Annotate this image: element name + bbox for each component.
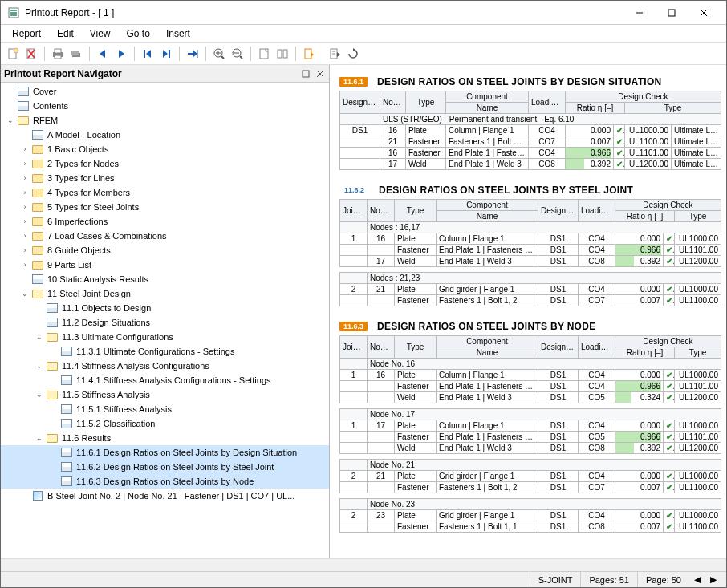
tree-item[interactable]: 11.6.3 Design Ratios on Steel Joints by … [1, 474, 329, 489]
report-pane[interactable]: 11.6.1 DESIGN RATIOS ON STEEL JOINTS BY … [330, 65, 726, 558]
menu-view[interactable]: View [82, 26, 119, 41]
menu-goto[interactable]: Go to [119, 26, 158, 41]
two-page-icon[interactable] [274, 45, 291, 63]
twisty-icon[interactable]: ⌄ [35, 390, 44, 399]
section-title: DESIGN RATIOS ON STEEL JOINTS BY STEEL J… [379, 185, 633, 196]
tree-item[interactable]: 10 Static Analysis Results [1, 272, 329, 286]
twisty-icon[interactable]: ⌄ [6, 116, 15, 125]
tree-item[interactable]: Cover [1, 84, 329, 99]
col-design-situation: Design Situation [340, 91, 380, 114]
tree-item[interactable]: ›7 Load Cases & Combinations [1, 229, 329, 243]
svg-line-28 [221, 56, 224, 59]
twisty-icon [20, 491, 30, 501]
tree-item[interactable]: ›3 Types for Lines [1, 171, 329, 185]
status-pages: Pages: 51 [580, 572, 637, 587]
print-multi-icon[interactable] [67, 45, 85, 63]
table-row: FastenerEnd Plate 1 | Fasteners 1 | Bolt… [340, 432, 721, 443]
table-row: WeldEnd Plate 1 | Weld 3DS1CO80.392✔UL12… [340, 443, 721, 454]
zoom-out-icon[interactable] [229, 45, 246, 63]
tree-item[interactable]: ›1 Basic Objects [1, 142, 329, 156]
tree-item[interactable]: ⌄RFEM [1, 113, 329, 128]
tree-item[interactable]: 11.4.1 Stiffness Analysis Configurations… [1, 373, 329, 387]
tree-item[interactable]: 11.1 Objects to Design [1, 301, 329, 315]
nav-prev-icon[interactable] [94, 45, 112, 63]
col-type: Type [406, 91, 446, 114]
horizontal-scrollbar[interactable] [1, 558, 726, 571]
tree-item[interactable]: 11.5.2 Classification [1, 416, 329, 431]
export-icon[interactable] [300, 45, 318, 63]
svg-rect-34 [260, 49, 268, 59]
tree-item[interactable]: ⌄11.6 Results [1, 431, 329, 445]
table-row: 221PlateGrid girder | Flange 1DS1CO40.00… [340, 471, 721, 482]
table-row: 117PlateColumn | Flange 1DS1CO40.000✔UL1… [340, 420, 721, 432]
nav-next-icon[interactable] [112, 45, 130, 63]
toolbar [1, 43, 726, 65]
new-report-icon[interactable] [4, 45, 22, 63]
twisty-icon[interactable]: › [20, 202, 30, 212]
print-icon[interactable] [49, 45, 67, 63]
tree-item[interactable]: 11.6.1 Design Ratios on Steel Joints by … [1, 445, 329, 460]
tree-item[interactable]: ›2 Types for Nodes [1, 156, 329, 171]
group-subheader: Node No. 16 [368, 359, 721, 370]
status-next-icon[interactable]: ▶ [705, 574, 721, 585]
statusbar: S-JOINT Pages: 51 Page: 50 ◀ ▶ [1, 571, 726, 587]
tree-item[interactable]: A Model - Location [1, 128, 329, 142]
tree-item[interactable]: 11.6.2 Design Ratios on Steel Joints by … [1, 460, 329, 474]
menu-edit[interactable]: Edit [49, 26, 82, 41]
twisty-icon[interactable]: › [20, 144, 30, 154]
col-dctype: Type [624, 103, 721, 114]
nav-first-icon[interactable] [139, 45, 156, 63]
tree-item[interactable]: ›6 Imperfections [1, 214, 329, 229]
table-icon [31, 274, 44, 285]
status-prev-icon[interactable]: ◀ [689, 574, 705, 585]
tree-item[interactable]: Contents [1, 99, 329, 113]
edit-report-icon[interactable] [326, 45, 343, 63]
close-button[interactable] [688, 2, 720, 24]
tree-item[interactable]: ›4 Types for Members [1, 185, 329, 200]
tree-item[interactable]: ⌄11.3 Ultimate Configurations [1, 330, 329, 344]
twisty-icon[interactable]: ⌄ [35, 361, 44, 371]
zoom-in-icon[interactable] [210, 45, 228, 63]
refresh-icon[interactable] [344, 45, 362, 63]
twisty-icon[interactable]: › [20, 217, 30, 226]
pin-icon[interactable] [300, 68, 311, 79]
tree-item[interactable]: ⌄11.5 Stiffness Analysis [1, 387, 329, 402]
menu-insert[interactable]: Insert [158, 26, 198, 41]
goto-page-icon[interactable] [184, 45, 201, 63]
section-heading-3: 11.6.3 DESIGN RATIOS ON STEEL JOINTS BY … [339, 321, 721, 332]
folder-icon [31, 216, 44, 227]
page-layout-icon[interactable] [255, 45, 273, 63]
tree-item[interactable]: ⌄11 Steel Joint Design [1, 286, 329, 301]
twisty-icon[interactable]: ⌄ [35, 332, 44, 342]
table-icon [31, 129, 44, 140]
navigator-tree[interactable]: CoverContents⌄RFEMA Model - Location›1 B… [1, 83, 329, 558]
tree-item[interactable]: ⌄11.4 Stiffness Analysis Configurations [1, 359, 329, 373]
folder-icon [31, 172, 44, 184]
tree-item[interactable]: ›8 Guide Objects [1, 243, 329, 258]
table-row: 116PlateColumn | Flange 1DS1CO40.000✔UL1… [340, 370, 721, 381]
table-group: Node No. 23223PlateGrid girder | Flange … [339, 498, 721, 533]
twisty-icon[interactable]: › [20, 260, 30, 270]
close-panel-icon[interactable] [315, 68, 326, 79]
table-icon [60, 461, 73, 472]
twisty-icon[interactable]: › [20, 173, 30, 183]
twisty-icon[interactable]: ⌄ [35, 433, 44, 443]
tree-item[interactable]: ›9 Parts List [1, 258, 329, 272]
tree-item[interactable]: 11.2 Design Situations [1, 315, 329, 330]
maximize-button[interactable] [656, 2, 688, 24]
delete-report-icon[interactable] [22, 45, 40, 63]
twisty-icon[interactable]: ⌄ [20, 289, 30, 298]
nav-last-icon[interactable] [157, 45, 175, 63]
menu-report[interactable]: Report [4, 26, 49, 41]
tree-item[interactable]: ›5 Types for Steel Joints [1, 200, 329, 214]
twisty-icon[interactable]: › [20, 188, 30, 197]
tree-item[interactable]: B Steel Joint No. 2 | Node No. 21 | Fast… [1, 489, 329, 503]
twisty-icon [49, 375, 59, 385]
twisty-icon[interactable]: › [20, 159, 30, 168]
tree-item[interactable]: 11.5.1 Stiffness Analysis [1, 402, 329, 416]
twisty-icon[interactable]: › [20, 245, 30, 255]
minimize-button[interactable] [623, 2, 656, 24]
table-icon [46, 317, 59, 328]
twisty-icon[interactable]: › [20, 231, 30, 241]
tree-item[interactable]: 11.3.1 Ultimate Configurations - Setting… [1, 344, 329, 359]
